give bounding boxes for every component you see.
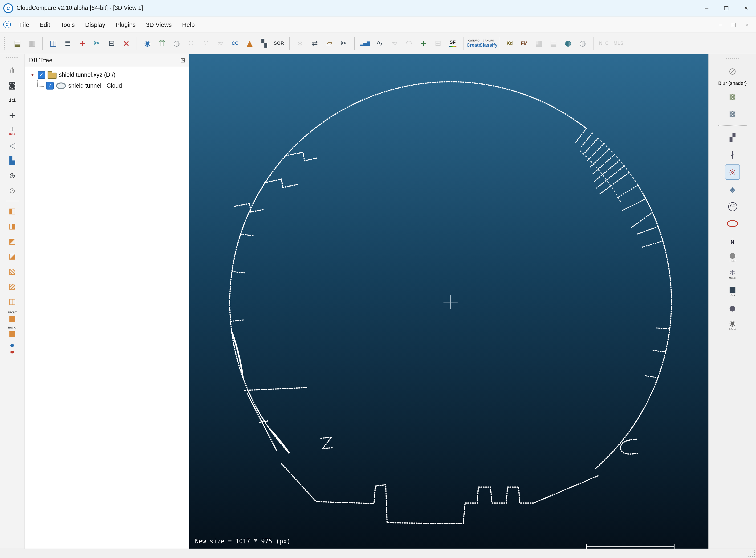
menu-file[interactable]: File <box>14 17 34 32</box>
sor-filter-button[interactable]: SOR <box>272 36 286 50</box>
segment-button[interactable]: ✂ <box>90 36 104 50</box>
pliers-tool-button[interactable]: ⋔ <box>5 64 20 77</box>
m3c2-plugin-button[interactable]: ∗M3C2 <box>725 267 739 281</box>
crop-button[interactable]: ⊟ <box>105 36 118 50</box>
broom-plugin-button[interactable]: ∤ <box>725 148 739 162</box>
window-controls: – □ × <box>697 0 756 16</box>
view-left-button[interactable]: ▧ <box>5 265 20 278</box>
view-iso-button[interactable]: ◫ <box>5 295 20 308</box>
zoom-magnifier-button[interactable]: ⊙ <box>5 184 20 198</box>
minimize-button[interactable]: – <box>697 0 717 16</box>
globe-button[interactable]: ◍ <box>562 36 575 50</box>
layers-view-button[interactable]: ▙ <box>5 154 20 167</box>
close-button[interactable]: × <box>736 0 756 16</box>
rgb-plugin-button[interactable]: ◉RGB <box>725 318 739 332</box>
expander-icon[interactable]: ▼ <box>30 72 35 77</box>
hpr-plugin-button[interactable]: ●HPR <box>725 250 739 264</box>
menu-tools[interactable]: Tools <box>55 17 80 32</box>
fine-registration-button[interactable]: CC <box>228 36 242 50</box>
normals-plugin-icon: N <box>731 239 734 244</box>
ssao-shader-button[interactable]: ▩ <box>725 106 739 121</box>
edl-shader-button[interactable]: ▩ <box>725 90 739 104</box>
smooth-mesh-icon: ≈ <box>217 40 224 47</box>
translate-rotate-button[interactable]: ⇈ <box>156 36 169 50</box>
float-panel-button[interactable]: ◳ <box>180 57 185 63</box>
subsample-button[interactable]: ◍ <box>170 36 183 50</box>
fm-tool-button[interactable]: FM <box>518 36 531 50</box>
viewport-status-text: New size = 1017 * 975 (px) <box>195 538 291 545</box>
view-back-cube-button[interactable]: BACK.■ <box>5 325 20 338</box>
mdi-minimize-button[interactable]: – <box>714 19 727 30</box>
view-top-icon: ◧ <box>9 207 16 215</box>
canupo-classify-button[interactable]: CANUPOClassify <box>482 36 495 50</box>
sf-color-scale-button[interactable]: SF <box>446 36 459 50</box>
mdi-restore-button[interactable]: ◱ <box>728 19 740 30</box>
menu-3d-views[interactable]: 3D Views <box>141 17 177 32</box>
cross-section-button[interactable]: ✂ <box>337 36 350 50</box>
canupo-classify-top-label: CANUPO <box>483 40 494 42</box>
align-bell-button[interactable]: ▲ <box>243 36 256 50</box>
mdi-child-icon[interactable]: C <box>3 21 11 28</box>
shield-plugin-button[interactable]: ◈ <box>725 182 739 197</box>
no-shader-button[interactable]: ⊘ <box>725 64 739 78</box>
layers-view-icon: ▙ <box>9 157 15 164</box>
view-front-button[interactable]: ◩ <box>5 235 20 248</box>
zoom-1-1-button[interactable]: 1:1 <box>5 94 20 107</box>
chessboard-button[interactable]: ▚ <box>258 36 271 50</box>
set-pivot-button[interactable]: + <box>5 109 20 122</box>
animation-plugin-button[interactable]: ▞ <box>725 130 739 145</box>
maximize-button[interactable]: □ <box>717 0 736 16</box>
pan-view-button[interactable]: ⊕ <box>5 169 20 182</box>
hull-plugin-button[interactable]: ● <box>725 301 739 315</box>
resize-grip-icon[interactable] <box>749 550 755 557</box>
profile-curve-button[interactable]: ∿ <box>373 36 386 50</box>
pcv-plugin-button[interactable]: ■PCV <box>725 284 739 298</box>
tree-item-label: shield tunnel - Cloud <box>68 82 122 89</box>
cloudcompare-window: C CloudCompare v2.10.alpha [64-bit] - [3… <box>0 0 756 558</box>
view-front-cube-button[interactable]: FRONT■ <box>5 310 20 323</box>
normals-plugin-button[interactable]: →N <box>725 233 739 248</box>
sra-plugin-button[interactable]: SF <box>725 199 739 213</box>
clone-button[interactable]: ◫ <box>47 36 60 50</box>
histogram-button[interactable]: ▂▅▇ <box>358 36 372 50</box>
fit-plane-button[interactable]: ▱ <box>323 36 336 50</box>
left-toolbar-grip[interactable] <box>6 57 18 60</box>
mdi-close-button[interactable]: × <box>741 19 753 30</box>
pick-point-button[interactable]: ◉ <box>141 36 154 50</box>
apply-transformation-button[interactable]: + <box>76 36 89 50</box>
visibility-checkbox[interactable]: ✓ <box>46 82 54 89</box>
auto-pivot-button[interactable]: +auto <box>5 124 20 137</box>
sphere-grid-button[interactable]: ◍ <box>576 36 589 50</box>
toolbar-grip[interactable] <box>4 37 7 50</box>
3d-viewport[interactable]: 1 New size = 1017 * 975 (px) <box>189 54 708 549</box>
delete-button[interactable]: × <box>119 36 133 50</box>
canupo-create-button[interactable]: CANUPOCreate <box>467 36 481 50</box>
properties-button[interactable]: ≣ <box>61 36 75 50</box>
default-view-arrow-button[interactable]: ◁ <box>5 139 20 152</box>
stereo-mode-button[interactable] <box>5 340 20 353</box>
right-panel-grip[interactable] <box>726 58 738 61</box>
view-top-button[interactable]: ◧ <box>5 205 20 218</box>
view-bottom-button[interactable]: ◨ <box>5 220 20 233</box>
menu-help[interactable]: Help <box>177 17 200 32</box>
add-scalar-field-button[interactable]: + <box>417 36 430 50</box>
open-button[interactable]: ▤ <box>11 36 24 50</box>
mesh-window-1-button: ▦ <box>532 36 545 50</box>
menu-plugins[interactable]: Plugins <box>110 17 141 32</box>
view-right-button[interactable]: ▨ <box>5 280 20 293</box>
menu-edit[interactable]: Edit <box>34 17 55 32</box>
delete-icon: × <box>123 39 130 48</box>
compass-plugin-button[interactable]: ◎ <box>725 164 740 180</box>
save-icon: ▥ <box>28 40 35 47</box>
view-back-button[interactable]: ◪ <box>5 250 20 263</box>
tree-row[interactable]: ▼✓shield tunnel.xyz (D:/) <box>25 69 189 80</box>
db-tree-title: DB Tree <box>29 57 52 64</box>
view-front-icon: ◩ <box>9 237 16 245</box>
interactive-transform-button[interactable]: ⇄ <box>308 36 321 50</box>
screenshot-button[interactable]: ◙ <box>5 79 20 92</box>
tree-row[interactable]: ✓shield tunnel - Cloud <box>25 80 189 91</box>
ellipser-plugin-button[interactable] <box>725 216 739 230</box>
menu-display[interactable]: Display <box>80 17 110 32</box>
kd-tree-button[interactable]: Kd <box>503 36 516 50</box>
visibility-checkbox[interactable]: ✓ <box>38 71 45 78</box>
